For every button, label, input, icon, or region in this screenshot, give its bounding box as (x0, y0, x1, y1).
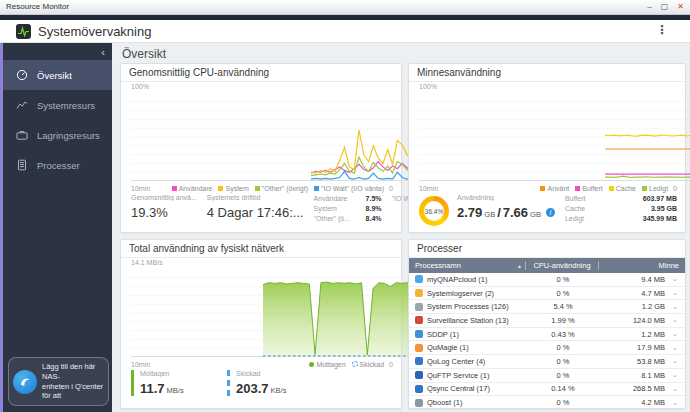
network-card-title: Total användning av fysiskt nätverk (121, 240, 401, 258)
chevron-down-icon[interactable]: ⌄ (665, 371, 685, 379)
memory-card-body: 100% 10min AnväntBuffertCacheLedigt 0 36… (409, 82, 685, 232)
cpu-x-axis-left-label: 10min (131, 185, 150, 192)
legend-label: "Other" (övrigt) (262, 185, 308, 192)
cpu-uptime-label: Systemets drifttid (207, 194, 304, 201)
memory-usage-value: 2.79 GB / 7.66 GB i (457, 205, 555, 220)
network-sent-label: Skickad (236, 370, 286, 377)
chevron-down-icon[interactable]: ⌄ (665, 275, 685, 283)
cpu-breakdown-row: "Other" (ö... 8.4% (314, 214, 382, 224)
chevron-down-icon[interactable]: ⌄ (665, 316, 685, 324)
line-chart-icon (16, 99, 28, 111)
cpu-stats: Genomsnittlig anvä... 19.3% Systemets dr… (131, 194, 393, 230)
qcenter-icon[interactable] (13, 370, 37, 394)
sidebar-item-oversikt[interactable]: Översikt (3, 60, 112, 90)
memory-breakdown-row: Cache 3.95 GB (565, 204, 677, 214)
cpu-other-value: 8.4% (366, 214, 382, 224)
chevron-down-icon[interactable]: ⌄ (665, 399, 685, 407)
process-cpu: 0 % (527, 371, 599, 380)
sidebar: ‹ Översikt Systemresurs Lagringsresurs P… (0, 43, 112, 412)
sidebar-item-systemresurs[interactable]: Systemresurs (3, 90, 112, 120)
sync-icon (415, 385, 423, 393)
storage-icon (16, 129, 28, 141)
table-row[interactable]: SDDP (1) 0.43 % 1.2 MB ⌄ (409, 328, 685, 342)
memory-used-number: 2.79 (457, 205, 482, 220)
chevron-down-icon[interactable]: ⌄ (665, 303, 685, 311)
sidebar-item-processer[interactable]: Processer (3, 150, 112, 180)
cpu-average-label: Genomsnittlig anvä... (131, 194, 197, 201)
close-button[interactable]: ✕ (677, 0, 684, 14)
sidebar-collapse-icon[interactable]: ‹ (101, 46, 105, 58)
table-row[interactable]: myQNAPcloud (1) 0 % 9.4 MB ⌄ (409, 273, 685, 287)
process-memory: 1.2 MB (599, 330, 665, 339)
qcenter-tip[interactable]: Lägg till den här NAS- enheten i Q'cente… (8, 357, 109, 406)
memory-y-axis-label: 100% (419, 83, 437, 90)
chevron-down-icon[interactable]: ⌄ (665, 289, 685, 297)
network-card-body: 14.1 MB/s 10min MottagenSkickad 0 Mottag… (121, 258, 401, 408)
column-processname-label: Processnamn (415, 261, 461, 270)
process-cpu: 0.14 % (527, 384, 599, 393)
more-menu-icon[interactable]: ⋮ (656, 23, 668, 37)
cpu-x-axis-right-label: 0 (389, 185, 393, 192)
network-axis-row: 10min MottagenSkickad 0 (131, 359, 393, 369)
legend-marker (314, 186, 319, 191)
memory-usage-donut: 36.4% (419, 196, 449, 226)
legend-marker (540, 186, 545, 191)
network-usage-card: Total användning av fysiskt nätverk 14.1… (120, 239, 402, 409)
process-name: System Processes (126) (427, 302, 527, 311)
chevron-down-icon[interactable]: ⌄ (665, 344, 685, 352)
network-x-axis-right-label: 0 (389, 361, 393, 368)
memory-free-label: Ledigt (565, 214, 611, 224)
memory-breakdown-row: Buffert 603.97 MB (565, 194, 677, 204)
process-cpu: 0 % (527, 343, 599, 352)
info-icon[interactable]: i (546, 208, 555, 217)
legend-label: Buffert (582, 185, 603, 192)
process-name: QuLog Center (4) (427, 357, 527, 366)
cpu-breakdown-row: Användare 7.5% (314, 194, 382, 204)
maximize-button[interactable]: ▢ (661, 0, 669, 14)
cpu-system-value: 8.9% (366, 204, 382, 214)
memory-x-axis-right-label: 0 (673, 185, 677, 192)
table-row[interactable]: QuFTP Service (1) 0 % 8.1 MB ⌄ (409, 369, 685, 383)
legend-marker (642, 186, 647, 191)
legend-item: Mottagen (309, 361, 345, 368)
network-sent-stat: Skickad 203.7 KB/s (227, 370, 286, 396)
process-memory: 124.0 MB (599, 316, 665, 325)
sidebar-item-lagringsresurs[interactable]: Lagringsresurs (3, 120, 112, 150)
legend-label: Skickad (360, 361, 385, 368)
sidebar-item-label: Systemresurs (37, 100, 95, 111)
gear-icon (415, 303, 423, 311)
table-row[interactable]: Qsync Central (17) 0.14 % 268.5 MB ⌄ (409, 383, 685, 397)
cpu-average-value: 19.3% (131, 205, 197, 220)
qcenter-tip-text: Lägg till den här NAS- enheten i Q'cente… (42, 362, 104, 401)
process-memory: 1.2 GB (599, 302, 665, 311)
process-name: myQNAPcloud (1) (427, 275, 527, 284)
table-row[interactable]: System Processes (126) 5.4 % 1.2 GB ⌄ (409, 300, 685, 314)
table-row[interactable]: QuMagie (1) 0 % 17.9 MB ⌄ (409, 341, 685, 355)
minimize-button[interactable]: – (647, 0, 651, 14)
process-name: QuFTP Service (1) (427, 371, 527, 380)
table-row[interactable]: Surveillance Station (13) 1.99 % 124.0 M… (409, 314, 685, 328)
camera-icon (415, 316, 423, 324)
process-cpu: 5.4 % (527, 302, 599, 311)
cpu-card-body: 100% 10min AnvändareSystem"Other" (övrig… (121, 82, 401, 232)
table-row[interactable]: Systemlogserver (2) 0 % 4.7 MB ⌄ (409, 287, 685, 301)
table-row[interactable]: Qboost (1) 0 % 4.2 MB ⌄ (409, 396, 685, 408)
memory-card-title: Minnesanvändning (409, 64, 685, 82)
chevron-down-icon[interactable]: ⌄ (665, 330, 685, 338)
legend-label: Cache (616, 185, 636, 192)
memory-axis-row: 10min AnväntBuffertCacheLedigt 0 (419, 183, 677, 193)
column-processname[interactable]: Processnamn ▴ (409, 261, 525, 270)
table-row[interactable]: QuLog Center (4) 0 % 53.8 MB ⌄ (409, 355, 685, 369)
memory-total-number: 7.66 (503, 205, 528, 220)
column-memory[interactable]: Minne (599, 261, 685, 270)
chevron-down-icon[interactable]: ⌄ (665, 385, 685, 393)
chevron-down-icon[interactable]: ⌄ (665, 357, 685, 365)
cpu-user-value: 7.5% (366, 194, 382, 204)
column-cpu[interactable]: CPU-användning (526, 261, 598, 270)
cpu-uptime-value: 4 Dagar 17:46:... (207, 205, 304, 220)
network-x-axis-left-label: 10min (131, 361, 150, 368)
app-header: Systemövervakning ⋮ (0, 20, 690, 43)
process-cpu: 1.99 % (527, 316, 599, 325)
window-controls: – ▢ ✕ (647, 0, 684, 14)
photo-icon (415, 344, 423, 352)
